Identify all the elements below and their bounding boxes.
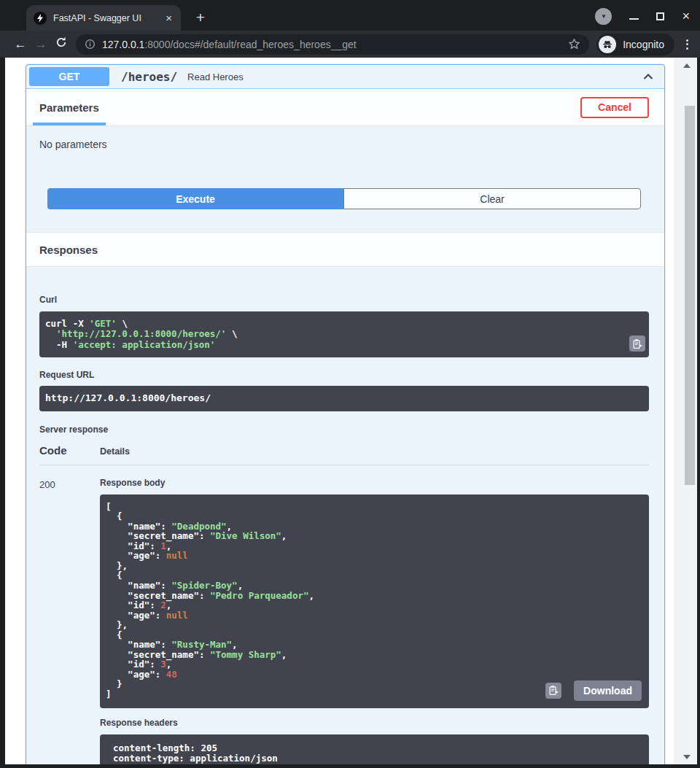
minimize-icon[interactable] bbox=[629, 18, 639, 20]
tab-search-icon[interactable]: ▼ bbox=[595, 8, 612, 25]
request-url-value: http://127.0.0.1:8000/heroes/ bbox=[39, 386, 649, 411]
execute-button[interactable]: Execute bbox=[47, 188, 343, 209]
incognito-badge: Incognito bbox=[596, 34, 674, 55]
close-window-icon[interactable]: × bbox=[682, 9, 690, 23]
responses-header: Responses bbox=[26, 232, 664, 267]
page: GET /heroes/ Read Heroes Parameters Canc… bbox=[0, 58, 700, 768]
curl-command: curl -X 'GET' \ 'http://127.0.0.1:8000/h… bbox=[39, 311, 649, 357]
bookmark-star-icon[interactable] bbox=[568, 38, 580, 50]
scroll-down-icon[interactable] bbox=[683, 755, 691, 759]
tab-bar: FastAPI - Swagger UI × + ▼ × bbox=[0, 0, 700, 31]
back-icon[interactable]: ← bbox=[10, 37, 31, 52]
reload-icon[interactable] bbox=[51, 36, 71, 52]
swagger-page: GET /heroes/ Read Heroes Parameters Canc… bbox=[5, 58, 674, 764]
tab-parameters[interactable]: Parameters bbox=[39, 89, 99, 125]
code-column-header: Code bbox=[39, 444, 100, 457]
url-path: :8000/docs#/default/read_heroes_heroes__… bbox=[144, 39, 356, 50]
browser-menu-icon[interactable] bbox=[682, 39, 693, 50]
request-url-label: Request URL bbox=[39, 370, 649, 380]
window-controls: ▼ × bbox=[595, 6, 690, 26]
site-info-icon[interactable] bbox=[85, 39, 96, 50]
server-response-label: Server response bbox=[39, 424, 649, 435]
browser-tab[interactable]: FastAPI - Swagger UI × bbox=[26, 5, 181, 31]
opblock-summary[interactable]: GET /heroes/ Read Heroes bbox=[26, 65, 664, 89]
forward-icon[interactable]: → bbox=[31, 37, 51, 52]
status-code: 200 bbox=[39, 478, 100, 764]
clear-button[interactable]: Clear bbox=[343, 188, 641, 209]
parameters-header: Parameters Cancel bbox=[26, 89, 664, 126]
response-headers: content-length: 205content-type: applica… bbox=[100, 734, 649, 764]
response-body-label: Response body bbox=[100, 478, 649, 488]
scrollbar-thumb[interactable] bbox=[685, 106, 695, 485]
browser-toolbar: ← → 127.0.0.1:8000/docs#/default/read_he… bbox=[0, 31, 700, 58]
copy-curl-button[interactable] bbox=[629, 335, 645, 352]
page-scrollbar[interactable] bbox=[674, 58, 697, 764]
tab-title: FastAPI - Swagger UI bbox=[53, 13, 164, 23]
endpoint-summary: Read Heroes bbox=[187, 71, 244, 82]
response-headers-label: Response headers bbox=[100, 718, 649, 728]
no-parameters-text: No parameters bbox=[26, 126, 664, 150]
curl-label: Curl bbox=[39, 295, 649, 305]
method-badge: GET bbox=[29, 67, 109, 86]
responses-body: Curl curl -X 'GET' \ 'http://127.0.0.1:8… bbox=[26, 295, 664, 764]
download-button[interactable]: Download bbox=[574, 680, 642, 701]
incognito-icon bbox=[599, 36, 616, 53]
opblock-get-heroes: GET /heroes/ Read Heroes Parameters Canc… bbox=[26, 64, 665, 764]
cancel-button[interactable]: Cancel bbox=[580, 97, 649, 118]
copy-response-button[interactable] bbox=[545, 683, 561, 699]
fastapi-favicon-icon bbox=[34, 12, 47, 25]
new-tab-button[interactable]: + bbox=[190, 7, 211, 28]
url-host: 127.0.0.1 bbox=[102, 39, 144, 50]
responses-title: Responses bbox=[39, 244, 98, 256]
browser-window: FastAPI - Swagger UI × + ▼ × ← → 127.0.0… bbox=[0, 0, 700, 768]
parameters-body: No parameters Execute Clear bbox=[26, 126, 664, 232]
address-bar[interactable]: 127.0.0.1:8000/docs#/default/read_heroes… bbox=[76, 34, 589, 55]
response-body-json: [ { "name": "Deadpond", "secret_name": "… bbox=[100, 494, 649, 708]
close-tab-icon[interactable]: × bbox=[164, 12, 174, 24]
response-table-header: Code Details bbox=[39, 444, 649, 465]
execute-wrapper: Execute Clear bbox=[26, 150, 664, 232]
maximize-icon[interactable] bbox=[656, 12, 664, 20]
url-text[interactable]: 127.0.0.1:8000/docs#/default/read_heroes… bbox=[102, 39, 562, 50]
scroll-up-icon[interactable] bbox=[683, 63, 691, 68]
collapse-chevron-icon[interactable] bbox=[641, 69, 656, 84]
endpoint-path: /heroes/ bbox=[121, 70, 177, 84]
incognito-label: Incognito bbox=[623, 39, 664, 50]
response-row-200: 200 Response body [ { "name": "Deadpond"… bbox=[39, 478, 649, 764]
details-column-header: Details bbox=[100, 446, 130, 457]
